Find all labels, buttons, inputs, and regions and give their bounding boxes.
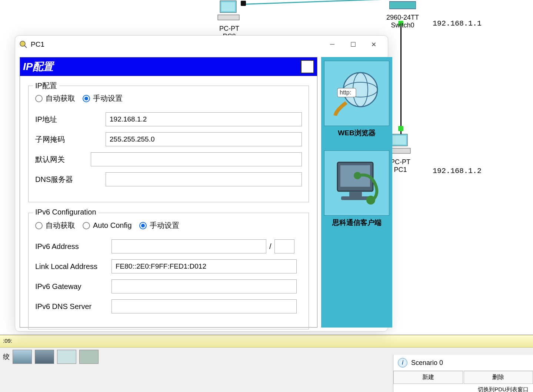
gateway-input[interactable] (91, 152, 302, 166)
ipv6-address-input[interactable] (111, 239, 266, 253)
subnet-label: 子网掩码 (35, 134, 106, 144)
port-indicator-green (398, 126, 403, 131)
info-icon[interactable]: i (398, 358, 407, 368)
link-line-vertical (400, 21, 402, 137)
window-titlebar[interactable]: PC1 ─ ☐ ✕ (15, 36, 388, 53)
time-text: :09: (3, 338, 12, 344)
magnifier-icon (19, 40, 28, 49)
svg-rect-16 (349, 192, 362, 196)
ipv6-static-radio[interactable]: 手动设置 (139, 220, 179, 230)
web-browser-app[interactable]: http: (324, 61, 389, 126)
ipv6-dns-input[interactable] (111, 299, 297, 313)
svg-point-18 (354, 172, 361, 179)
ipv4-static-radio[interactable]: 手动设置 (83, 93, 123, 103)
pc-icon (217, 0, 241, 21)
ipv6-dhcp-radio[interactable]: 自动获取 (35, 220, 75, 230)
browser-app-label: WEB浏览器 (338, 128, 375, 138)
switch-icon (389, 0, 416, 10)
device-pc0[interactable]: PC-PTPC0 (217, 0, 241, 40)
pc-config-window: PC1 ─ ☐ ✕ IP配置 X IP配置 自动获取 (15, 35, 388, 332)
desktop-apps-column: http: WEB浏览器 思科通信客户端 (321, 57, 392, 328)
device-type-router[interactable] (13, 350, 32, 364)
svg-point-19 (366, 196, 375, 205)
dns-label: DNS服务器 (35, 175, 106, 185)
ipv6-autoconfig-radio[interactable]: Auto Config (83, 221, 132, 230)
minimize-button[interactable]: ─ (322, 36, 343, 53)
cisco-app-label: 思科通信客户端 (332, 218, 382, 227)
ipv6-dns-label: IPv6 DNS Server (35, 302, 111, 311)
svg-rect-1 (221, 2, 235, 11)
device-type-misc[interactable] (79, 350, 99, 364)
device-label: 2960-24TTSwitch0 (386, 14, 419, 29)
svg-rect-3 (389, 1, 416, 9)
ipv4-dhcp-radio[interactable]: 自动获取 (35, 93, 75, 103)
palette-label: 绞 (3, 352, 10, 361)
communicator-icon (331, 157, 383, 209)
ipv4-fieldset: IP配置 自动获取 手动设置 IP地址 (28, 86, 309, 202)
device-type-cloud[interactable] (57, 350, 76, 364)
svg-point-7 (20, 41, 25, 46)
ipv6-gateway-label: IPv6 Gateway (35, 282, 111, 291)
svg-rect-17 (341, 196, 370, 200)
ipv6-address-label: IPv6 Address (35, 242, 111, 251)
link-local-input[interactable] (111, 259, 297, 273)
radio-label: 手动设置 (93, 93, 123, 103)
radio-label: Auto Config (93, 221, 132, 230)
device-type-switch[interactable] (35, 350, 54, 364)
delete-scenario-button[interactable]: 删除 (464, 371, 533, 384)
ipv6-gateway-input[interactable] (111, 279, 297, 293)
device-switch[interactable]: 2960-24TTSwitch0 (386, 0, 419, 29)
radio-label: 自动获取 (46, 220, 75, 230)
ip-address-input[interactable] (106, 112, 302, 126)
pdu-toggle[interactable]: 切换到PDU列表窗口 (393, 384, 533, 392)
svg-line-8 (24, 46, 27, 48)
svg-rect-2 (218, 15, 239, 20)
browser-icon: http: (331, 67, 383, 119)
ipv4-legend: IP配置 (33, 81, 59, 91)
cisco-communicator-app[interactable] (324, 150, 389, 216)
slash-separator: / (269, 242, 272, 251)
panel-close-button[interactable]: X (301, 60, 314, 73)
ipv6-fieldset: IPv6 Configuration 自动获取 Auto Config 手 (28, 213, 309, 329)
close-button[interactable]: ✕ (363, 36, 384, 53)
scenario-panel: i Scenario 0 新建 删除 切换到PDU列表窗口 (393, 355, 533, 392)
ipv6-prefix-input[interactable] (274, 239, 294, 253)
svg-rect-5 (393, 136, 406, 144)
subnet-mask-input[interactable] (106, 132, 302, 146)
radio-label: 自动获取 (46, 93, 75, 103)
panel-title: IP配置 (23, 60, 53, 74)
window-title: PC1 (31, 40, 322, 49)
new-scenario-button[interactable]: 新建 (393, 371, 463, 384)
ip-address-label: IP地址 (35, 114, 106, 124)
ip-config-panel: IP配置 X IP配置 自动获取 手动设置 (20, 57, 317, 328)
link-line (243, 0, 391, 5)
radio-label: 手动设置 (150, 220, 179, 230)
port-indicator (241, 1, 246, 6)
dns-server-input[interactable] (106, 172, 302, 186)
maximize-button[interactable]: ☐ (343, 36, 363, 53)
link-local-label: Link Local Address (35, 262, 111, 271)
scenario-name: Scenario 0 (411, 359, 443, 367)
ipv6-legend: IPv6 Configuration (33, 208, 99, 216)
ip-annotation: 192.168.1.2 (433, 167, 482, 175)
ip-annotation: 192.168.1.1 (433, 19, 482, 28)
svg-text:http:: http: (340, 89, 351, 96)
